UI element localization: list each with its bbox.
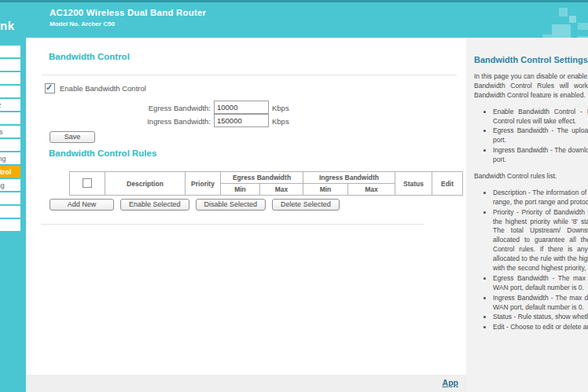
header-decoration-block	[559, 8, 568, 16]
enable-bandwidth-row: Enable Bandwidth Control	[45, 83, 146, 93]
divider	[42, 75, 457, 75]
sidebar-item-wireless-5ghz[interactable]: Wireless 5GHz	[0, 112, 20, 126]
help-rules-list-label: Bandwidth Control rules list.	[474, 172, 588, 181]
sidebar-item-quick-setup[interactable]: Quick Setup	[0, 59, 20, 72]
header-decoration-block	[569, 16, 576, 23]
column-priority: Priority	[186, 172, 221, 196]
sidebar-item-network[interactable]: Network	[0, 86, 20, 99]
egress-bandwidth-input[interactable]	[214, 101, 269, 114]
column-egress-max: Max	[260, 184, 303, 196]
enable-bandwidth-label: Enable Bandwidth Control	[60, 84, 146, 93]
sidebar-item-operation-mode[interactable]: Operation Mode	[0, 72, 20, 86]
header-decoration-block	[578, 23, 588, 30]
rules-table: Description Priority Egress Bandwidth In…	[69, 171, 463, 196]
sidebar-item-system-tools[interactable]: System Tools	[0, 219, 20, 233]
help-bullet: Egress Bandwidth - The max upload speed …	[493, 274, 588, 293]
help-bullet: Ingress Bandwidth - The download speed t…	[493, 146, 588, 165]
column-status: Status	[395, 172, 432, 196]
save-button[interactable]: Save	[50, 131, 95, 143]
header-titles: AC1200 Wireless Dual Band Router Model N…	[50, 8, 206, 27]
sidebar-item-parental-controls[interactable]: Parental Controls	[0, 126, 20, 139]
column-ingress-max: Max	[348, 184, 395, 196]
help-panel: Bandwidth Control Settings Help In this …	[466, 38, 588, 392]
help-title: Bandwidth Control Settings Help	[474, 55, 588, 64]
disable-selected-button[interactable]: Disable Selected	[196, 199, 266, 211]
enable-bandwidth-checkbox[interactable]	[45, 83, 55, 93]
help-bullet: Edit - Choose to edit or delete an exist…	[493, 323, 588, 332]
select-all-header-cell	[70, 172, 105, 196]
ingress-bandwidth-input[interactable]	[214, 114, 269, 127]
column-egress-min: Min	[221, 184, 260, 196]
sidebar-menu: Status Quick Setup Operation Mode Networ…	[0, 46, 20, 233]
sidebar-item-access-control[interactable]: Access Control	[0, 139, 20, 152]
help-bullet: Egress Bandwidth - The upload speed thro…	[493, 126, 588, 145]
router-admin-page: nk AC1200 Wireless Dual Band Router Mode…	[0, 0, 588, 392]
help-intro: In this page you can disable or enable t…	[474, 72, 588, 101]
tplink-logo: nk	[0, 19, 15, 32]
sidebar-item-status[interactable]: Status	[0, 46, 20, 59]
help-bullet: Ingress Bandwidth - The max download spe…	[493, 294, 588, 313]
egress-bandwidth-label: Egress Bandwidth:	[85, 104, 211, 112]
sidebar-item-ip-mac-binding[interactable]: IP & MAC Binding	[0, 179, 20, 192]
ingress-bandwidth-label: Ingress Bandwidth:	[85, 117, 211, 126]
help-bullet-list-settings: Enable Bandwidth Control - If enabled, t…	[474, 108, 588, 165]
sidebar-item-dynamic-dns[interactable]: Dynamic DNS	[0, 192, 20, 206]
enable-selected-button[interactable]: Enable Selected	[120, 199, 189, 211]
add-new-button[interactable]: Add New	[50, 199, 114, 211]
header-bar: nk AC1200 Wireless Dual Band Router Mode…	[0, 0, 588, 38]
main-content: Bandwidth Control Enable Bandwidth Contr…	[26, 38, 466, 375]
help-bullet: Status - Rule status, show whether the r…	[493, 313, 588, 322]
rules-section-title: Bandwidth Control Rules	[49, 148, 156, 158]
delete-selected-button[interactable]: Delete Selected	[272, 199, 340, 211]
column-edit: Edit	[432, 172, 463, 196]
model-number: Model No. Archer C50	[50, 20, 206, 27]
help-bullet: Priority - Priority of Bandwidth Control…	[493, 208, 588, 273]
footer-bar: App	[26, 375, 466, 392]
header-decoration-block	[552, 24, 571, 38]
column-egress-bandwidth-group: Egress Bandwidth	[221, 172, 303, 184]
page-title: Bandwidth Control	[49, 52, 130, 61]
app-link[interactable]: App	[443, 378, 458, 387]
egress-unit-label: Kbps	[272, 104, 289, 112]
help-bullet: Enable Bandwidth Control - If enabled, t…	[493, 108, 588, 126]
column-ingress-min: Min	[303, 184, 348, 196]
sidebar-item-ipv6[interactable]: IPv6	[0, 206, 20, 219]
sidebar-item-bandwidth-control[interactable]: Bandwidth Control	[0, 166, 20, 179]
help-content: Bandwidth Control Settings Help In this …	[474, 55, 588, 332]
product-title: AC1200 Wireless Dual Band Router	[50, 8, 206, 17]
help-bullet: Description - The information of descrip…	[493, 189, 588, 207]
sidebar-item-advanced-routing[interactable]: Advanced Routing	[0, 152, 20, 166]
column-description: Description	[105, 172, 186, 196]
divider	[41, 224, 424, 225]
column-ingress-bandwidth-group: Ingress Bandwidth	[303, 172, 395, 184]
sidebar-item-wireless-24ghz[interactable]: Wireless 2.4GHz	[0, 99, 20, 112]
sidebar: Status Quick Setup Operation Mode Networ…	[0, 38, 26, 392]
help-bullet-list-rules: Description - The information of descrip…	[474, 189, 588, 332]
select-all-checkbox[interactable]	[83, 178, 92, 188]
rules-actions: Add New Enable Selected Disable Selected…	[50, 199, 340, 211]
ingress-unit-label: Kbps	[272, 117, 289, 126]
